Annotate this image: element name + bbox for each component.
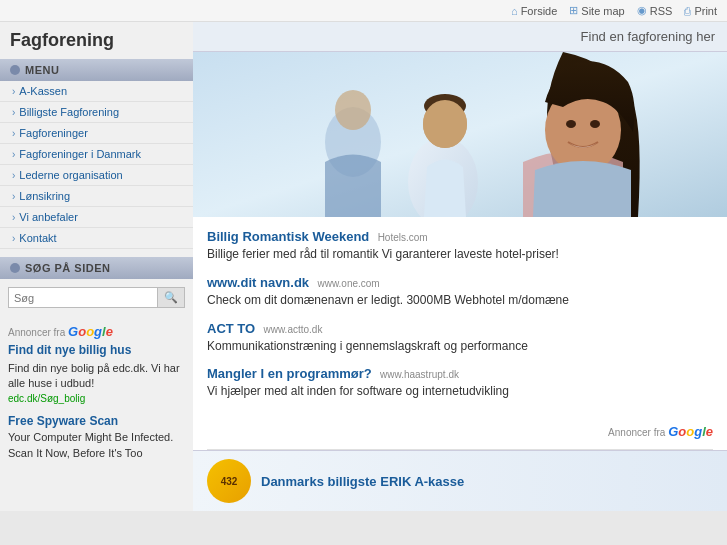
print-link[interactable]: ⎙ Print xyxy=(684,5,717,17)
sidebar-ad-1-desc: Find din nye bolig på edc.dk. Vi har all… xyxy=(8,361,185,392)
sidebar-item-anbefaler[interactable]: › Vi anbefaler xyxy=(0,207,193,228)
content-ad-3: ACT TO www.actto.dk Kommunikationstrænin… xyxy=(207,321,713,355)
hero-image xyxy=(193,52,727,217)
sidebar-item-akassen[interactable]: › A-Kassen xyxy=(0,81,193,102)
menu-item-label: A-Kassen xyxy=(19,85,67,97)
sitemap-link[interactable]: ⊞ Site map xyxy=(569,4,624,17)
sidebar-item-lønsikring[interactable]: › Lønsikring xyxy=(0,186,193,207)
content-ad-4: Mangler I en programmør? www.haastrupt.d… xyxy=(207,366,713,400)
content-ad-4-title-line: Mangler I en programmør? www.haastrupt.d… xyxy=(207,366,713,381)
sidebar-ad-1: Find dit nye billig hus Find din nye bol… xyxy=(8,343,185,404)
sitemap-icon: ⊞ xyxy=(569,4,578,17)
content-ad-3-link[interactable]: ACT TO xyxy=(207,321,255,336)
svg-point-6 xyxy=(423,100,467,148)
menu-item-label: Lederne organisation xyxy=(19,169,122,181)
forside-label: Forside xyxy=(521,5,558,17)
content-google-footer: Annoncer fra Google xyxy=(193,424,727,449)
sitemap-label: Site map xyxy=(581,5,624,17)
sidebar-item-kontakt[interactable]: › Kontakt xyxy=(0,228,193,249)
sidebar-title: Fagforening xyxy=(0,22,193,59)
forside-link[interactable]: ⌂ Forside xyxy=(511,5,557,17)
sidebar: Fagforening MENU › A-Kassen › Billigste … xyxy=(0,22,193,511)
content-ad-2-source: www.one.com xyxy=(317,278,379,289)
menu-dot-icon xyxy=(10,65,20,75)
menu-item-label: Lønsikring xyxy=(19,190,70,202)
content-ad-1: Billig Romantisk Weekend Hotels.com Bill… xyxy=(207,229,713,263)
search-box: 🔍 xyxy=(0,279,193,316)
content-ads: Billig Romantisk Weekend Hotels.com Bill… xyxy=(193,217,727,424)
ad-from-label: Annoncer fra Google xyxy=(8,324,185,339)
print-icon: ⎙ xyxy=(684,5,691,17)
content-ad-3-desc: Kommunikationstræning i gennemslagskraft… xyxy=(207,338,713,355)
sidebar-ad-2-desc: Your Computer Might Be Infected. Scan It… xyxy=(8,430,185,461)
top-nav: ⌂ Forside ⊞ Site map ◉ RSS ⎙ Print xyxy=(0,0,727,22)
menu-header-label: MENU xyxy=(25,64,59,76)
arrow-icon: › xyxy=(12,128,15,139)
content-ad-3-title-line: ACT TO www.actto.dk xyxy=(207,321,713,336)
ad-from-text: Annoncer fra xyxy=(8,327,65,338)
menu-item-label: Billigste Fagforening xyxy=(19,106,119,118)
arrow-icon: › xyxy=(12,233,15,244)
content-google-logo: Google xyxy=(668,424,713,439)
content-ad-2: www.dit navn.dk www.one.com Check om dit… xyxy=(207,275,713,309)
sidebar-ads: Annoncer fra Google Find dit nye billig … xyxy=(0,316,193,461)
sidebar-ad-1-url: edc.dk/Søg_bolig xyxy=(8,393,185,404)
content-ad-1-title-line: Billig Romantisk Weekend Hotels.com xyxy=(207,229,713,244)
print-label: Print xyxy=(694,5,717,17)
content-ad-2-title-line: www.dit navn.dk www.one.com xyxy=(207,275,713,290)
search-input[interactable] xyxy=(9,288,157,307)
google-logo: Google xyxy=(68,324,113,339)
arrow-icon: › xyxy=(12,86,15,97)
menu-list: › A-Kassen › Billigste Fagforening › Fag… xyxy=(0,81,193,249)
sidebar-item-billigste[interactable]: › Billigste Fagforening xyxy=(0,102,193,123)
content-ad-1-link[interactable]: Billig Romantisk Weekend xyxy=(207,229,369,244)
sidebar-item-lederne[interactable]: › Lederne organisation xyxy=(0,165,193,186)
arrow-icon: › xyxy=(12,107,15,118)
arrow-icon: › xyxy=(12,212,15,223)
content-top-bar: Find en fagforening her xyxy=(193,22,727,52)
arrow-icon: › xyxy=(12,191,15,202)
content-ad-1-source: Hotels.com xyxy=(378,232,428,243)
svg-point-9 xyxy=(590,120,600,128)
banner-price-circle: 432 xyxy=(207,459,251,503)
menu-item-label: Vi anbefaler xyxy=(19,211,78,223)
arrow-icon: › xyxy=(12,149,15,160)
sidebar-ad-1-title[interactable]: Find dit nye billig hus xyxy=(8,343,185,359)
content-ad-2-desc: Check om dit domænenavn er ledigt. 3000M… xyxy=(207,292,713,309)
content-ad-4-desc: Vi hjælper med alt inden for software og… xyxy=(207,383,713,400)
content-area: Find en fagforening her xyxy=(193,22,727,511)
banner-text[interactable]: Danmarks billigste ERIK A-kasse xyxy=(261,474,464,489)
sidebar-item-fagforeninger[interactable]: › Fagforeninger xyxy=(0,123,193,144)
content-ad-from-text: Annoncer fra xyxy=(608,427,665,438)
svg-point-8 xyxy=(566,120,576,128)
search-header: SØG PÅ SIDEN xyxy=(0,257,193,279)
bottom-banner: 432 Danmarks billigste ERIK A-kasse xyxy=(193,450,727,511)
search-button[interactable]: 🔍 xyxy=(157,288,184,307)
svg-point-2 xyxy=(335,90,371,130)
sidebar-ad-2-title[interactable]: Free Spyware Scan xyxy=(8,414,185,428)
rss-label: RSS xyxy=(650,5,673,17)
rss-link[interactable]: ◉ RSS xyxy=(637,4,673,17)
search-input-wrap: 🔍 xyxy=(8,287,185,308)
banner-price: 432 xyxy=(221,476,238,487)
menu-dot-icon xyxy=(10,263,20,273)
content-ad-4-source: www.haastrupt.dk xyxy=(380,369,459,380)
content-ad-4-link[interactable]: Mangler I en programmør? xyxy=(207,366,372,381)
search-header-label: SØG PÅ SIDEN xyxy=(25,262,110,274)
menu-header: MENU xyxy=(0,59,193,81)
sidebar-ad-2: Free Spyware Scan Your Computer Might Be… xyxy=(8,414,185,461)
main-layout: Fagforening MENU › A-Kassen › Billigste … xyxy=(0,22,727,511)
rss-icon: ◉ xyxy=(637,4,647,17)
menu-item-label: Fagforeninger xyxy=(19,127,88,139)
content-ad-3-source: www.actto.dk xyxy=(264,324,323,335)
content-ad-1-desc: Billige ferier med råd til romantik Vi g… xyxy=(207,246,713,263)
sidebar-item-fagforeninger-dk[interactable]: › Fagforeninger i Danmark xyxy=(0,144,193,165)
hero-svg xyxy=(193,52,727,217)
content-ad-2-link[interactable]: www.dit navn.dk xyxy=(207,275,309,290)
arrow-icon: › xyxy=(12,170,15,181)
find-fagforening-text: Find en fagforening her xyxy=(581,29,715,44)
menu-item-label: Fagforeninger i Danmark xyxy=(19,148,141,160)
home-icon: ⌂ xyxy=(511,5,518,17)
menu-item-label: Kontakt xyxy=(19,232,56,244)
